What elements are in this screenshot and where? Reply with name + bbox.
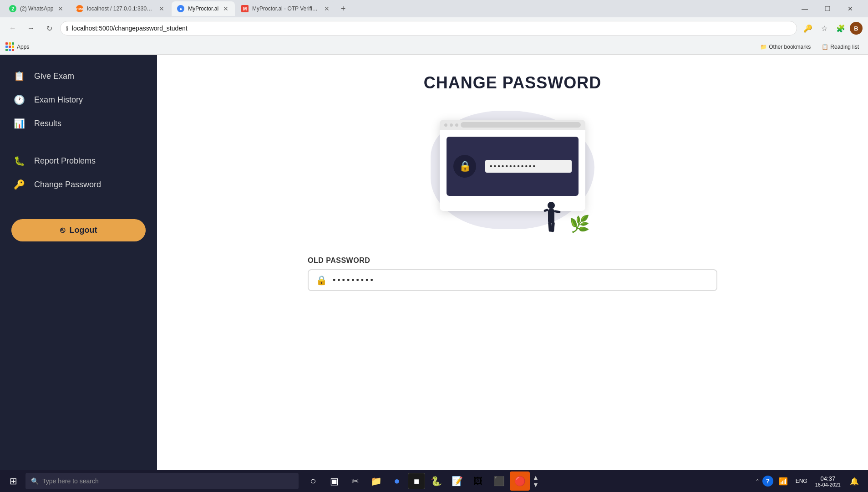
reading-list-label: Reading list — [830, 44, 859, 50]
tab-pma[interactable]: PMA localhost / 127.0.0.1:3308 / d ✕ — [71, 1, 171, 16]
taskbar-overflow-arrow[interactable]: ^ — [755, 477, 761, 485]
star-icon[interactable]: ☆ — [817, 21, 832, 36]
sidebar-item-give-exam[interactable]: 📋 Give Exam — [0, 64, 157, 88]
taskbar-wifi-icon[interactable]: 📶 — [775, 472, 792, 491]
taskbar-date: 16-04-2021 — [815, 482, 841, 487]
apps-bookmark[interactable]: Apps — [5, 42, 29, 51]
taskbar-lang-label[interactable]: ENG — [793, 472, 810, 491]
key-icon[interactable]: 🔑 — [801, 21, 815, 36]
reload-button[interactable]: ↻ — [42, 21, 56, 36]
old-password-wrapper: 🔒 — [308, 269, 717, 291]
logout-label: Logout — [70, 226, 97, 235]
taskbar-center-icons: ○ ▣ ✂ 📁 ● ■ 🐍 📝 🖼 ⬛ 🔴 — [303, 472, 530, 491]
taskbar-notification[interactable]: 🔔 — [846, 472, 863, 491]
logout-button[interactable]: ⎋ Logout — [11, 219, 146, 241]
old-password-input[interactable] — [333, 276, 709, 285]
taskbar-search-text: Type here to search — [42, 477, 99, 485]
tab-myproctor-close[interactable]: ✕ — [222, 4, 229, 13]
svg-rect-4 — [543, 209, 548, 212]
taskbar-xampp[interactable]: 🔴 — [510, 472, 530, 491]
tab-myproctor[interactable]: ● MyProctor.ai ✕ — [172, 1, 235, 16]
logout-icon: ⎋ — [60, 226, 65, 235]
sidebar-item-report-problems[interactable]: 🐛 Report Problems — [0, 149, 157, 173]
minimize-button[interactable]: — — [794, 1, 815, 16]
main-layout: 📋 Give Exam 🕐 Exam History 📊 Results 🐛 R… — [0, 55, 868, 492]
sidebar-item-results[interactable]: 📊 Results — [0, 112, 157, 135]
taskbar-scroll-arrows[interactable]: ▲▼ — [533, 474, 539, 488]
taskbar-help-icon[interactable]: ? — [762, 476, 773, 487]
tab-whatsapp[interactable]: 2 (2) WhatsApp ✕ — [4, 1, 70, 16]
gmail-favicon: M — [241, 5, 249, 12]
sidebar-item-exam-history[interactable]: 🕐 Exam History — [0, 88, 157, 112]
taskbar-sticky-notes[interactable]: 📝 — [447, 472, 467, 491]
illustration-content: 🔒 •••••••••••• — [447, 137, 579, 196]
taskbar-time: 04:37 — [821, 475, 836, 482]
start-button[interactable]: ⊞ — [2, 472, 25, 491]
svg-rect-5 — [554, 210, 561, 213]
myproctor-favicon: ● — [177, 5, 184, 12]
taskbar-clock[interactable]: 04:37 16-04-2021 — [812, 474, 844, 488]
new-tab-button[interactable]: + — [337, 2, 350, 15]
report-problems-icon: 🐛 — [14, 155, 25, 166]
illustration-figure — [540, 200, 563, 238]
illus-dot-1 — [444, 123, 447, 127]
reading-list-icon: 📋 — [822, 44, 828, 50]
svg-point-0 — [548, 202, 555, 209]
secure-icon: ℹ — [66, 25, 68, 32]
taskbar-vscode[interactable]: ⬛ — [489, 472, 509, 491]
sidebar-exam-history-label: Exam History — [34, 95, 83, 105]
forward-button[interactable]: → — [24, 21, 38, 36]
tab-pma-close[interactable]: ✕ — [158, 4, 165, 13]
close-button[interactable]: ✕ — [840, 1, 861, 16]
sidebar-give-exam-label: Give Exam — [34, 72, 74, 81]
other-bookmarks-label: Other bookmarks — [769, 44, 811, 50]
tab-gmail-title: MyProctor.ai - OTP Verificati... — [252, 5, 320, 12]
page-title: CHANGE PASSWORD — [424, 73, 601, 92]
sidebar-divider-2 — [0, 196, 157, 210]
taskbar-search[interactable]: 🔍 Type here to search — [25, 473, 299, 489]
taskbar-terminal[interactable]: ■ — [408, 473, 425, 489]
reading-list[interactable]: 📋 Reading list — [818, 43, 863, 51]
results-icon: 📊 — [14, 118, 25, 129]
taskbar-python[interactable]: 🐍 — [426, 472, 446, 491]
illustration-lock-icon: 🔒 — [453, 155, 476, 178]
illustration-container: 🔒 •••••••••••• — [421, 106, 604, 238]
old-password-label: OLD PASSWORD — [308, 256, 717, 265]
taskbar-cortana[interactable]: ○ — [303, 472, 323, 491]
form-section: OLD PASSWORD 🔒 — [308, 256, 717, 291]
illus-dot-2 — [450, 123, 453, 127]
taskbar-snip[interactable]: ✂ — [345, 472, 365, 491]
illus-dot-3 — [455, 123, 458, 127]
tab-myproctor-title: MyProctor.ai — [188, 5, 218, 12]
whatsapp-favicon: 2 — [9, 5, 16, 12]
taskbar: ⊞ 🔍 Type here to search ○ ▣ ✂ 📁 ● ■ 🐍 📝 … — [0, 470, 868, 492]
svg-rect-1 — [548, 209, 554, 223]
sidebar-results-label: Results — [34, 119, 61, 128]
other-bookmarks[interactable]: 📁 Other bookmarks — [756, 43, 814, 51]
sidebar-item-change-password[interactable]: 🔑 Change Password — [0, 173, 157, 196]
tab-whatsapp-title: (2) WhatsApp — [20, 5, 53, 12]
taskbar-file-explorer[interactable]: 📁 — [366, 472, 386, 491]
bookmark-folder-icon: 📁 — [760, 44, 767, 50]
illustration-password-dots: •••••••••••• — [490, 162, 537, 170]
tab-pma-title: localhost / 127.0.0.1:3308 / d — [87, 5, 154, 12]
profile-button[interactable]: B — [850, 22, 863, 35]
tab-gmail[interactable]: M MyProctor.ai - OTP Verificati... ✕ — [236, 1, 336, 16]
tab-whatsapp-close[interactable]: ✕ — [57, 4, 64, 13]
taskbar-task-view[interactable]: ▣ — [324, 472, 344, 491]
extensions-icon[interactable]: 🧩 — [833, 21, 848, 36]
back-button[interactable]: ← — [5, 21, 20, 36]
illustration-password-field: •••••••••••• — [485, 160, 572, 173]
sidebar-report-label: Report Problems — [34, 156, 96, 166]
address-url: localhost:5000/changepassword_student — [72, 25, 188, 32]
taskbar-search-icon: 🔍 — [31, 477, 39, 485]
sidebar: 📋 Give Exam 🕐 Exam History 📊 Results 🐛 R… — [0, 55, 157, 492]
sidebar-divider — [0, 135, 157, 149]
address-bar[interactable]: ℹ localhost:5000/changepassword_student — [60, 21, 797, 36]
maximize-button[interactable]: ❐ — [817, 1, 838, 16]
taskbar-chrome[interactable]: ● — [387, 472, 407, 491]
taskbar-paint[interactable]: 🖼 — [468, 472, 488, 491]
illustration-browser-bar — [440, 120, 585, 130]
taskbar-system-tray: ^ ? 📶 ENG 04:37 16-04-2021 🔔 — [755, 472, 866, 491]
tab-gmail-close[interactable]: ✕ — [323, 4, 330, 13]
